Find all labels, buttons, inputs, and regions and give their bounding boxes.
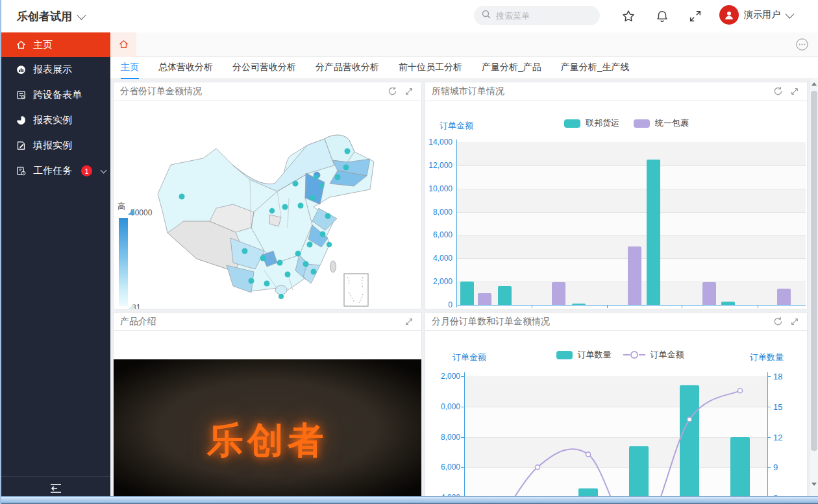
sidebar-item-5[interactable]: 填报实例 — [1, 133, 110, 158]
left-axis-title: 订单金额 — [452, 352, 486, 363]
triangle-up-icon — [812, 82, 817, 86]
right-tick — [767, 407, 771, 407]
vertical-scrollbar[interactable] — [809, 79, 818, 497]
map-chart: 高 50000 81 低 — [114, 101, 421, 309]
right-axis-line — [767, 372, 768, 504]
left-tick-label: 8,000 — [430, 433, 460, 442]
scroll-down-button[interactable] — [810, 479, 818, 489]
user-menu[interactable]: 演示用户 — [719, 5, 792, 25]
bar-朝阳区-联邦货运[interactable] — [498, 286, 512, 305]
tab-1[interactable]: 主页 — [121, 62, 139, 79]
device-form-icon — [16, 90, 27, 101]
x-axis-line — [456, 305, 806, 306]
line-marker — [688, 417, 692, 422]
dashboard-content: 分省份订单金额情况 高 50000 81 低 — [110, 79, 818, 504]
sidebar-item-2[interactable]: 报表展示 — [1, 57, 110, 82]
home-icon — [16, 40, 27, 51]
tab-4[interactable]: 分产品营收分析 — [316, 62, 379, 78]
line-marker — [738, 389, 743, 393]
right-tick-label: 12 — [773, 433, 793, 442]
sidebar-footer — [1, 476, 110, 496]
expand-icon[interactable] — [403, 316, 415, 328]
sidebar-item-label: 填报实例 — [33, 139, 72, 152]
chart-legend[interactable]: 联邦货运统一包裹 — [456, 117, 806, 129]
right-tick-label: 9 — [773, 462, 793, 472]
sidebar-item-1[interactable]: 主页 — [1, 32, 110, 57]
panel-header: 分省份订单金额情况 — [114, 82, 421, 101]
chevron-down-icon — [785, 10, 794, 19]
panel-title: 分省份订单金额情况 — [120, 86, 381, 97]
vertical-scroll-thumb[interactable] — [811, 91, 817, 451]
expand-icon[interactable] — [403, 86, 415, 97]
tab-2[interactable]: 总体营收分析 — [158, 62, 213, 78]
avatar — [719, 5, 739, 25]
bar-大兴区-统一包裹[interactable] — [552, 282, 565, 305]
horizontal-scrollbar[interactable] — [1, 496, 818, 504]
search-input[interactable] — [496, 11, 587, 21]
line-marker — [536, 465, 540, 470]
scroll-up-button[interactable] — [810, 79, 818, 89]
bar-西城区-统一包裹[interactable] — [777, 289, 791, 305]
refresh-icon[interactable] — [772, 316, 784, 328]
panel-title: 分月份订单数和订单金额情况 — [432, 316, 767, 328]
sidebar-item-3[interactable]: 跨设备表单 — [1, 82, 110, 108]
chart-legend[interactable]: 订单数量订单金额 — [523, 349, 717, 361]
fill-edit-icon — [16, 140, 27, 151]
sidebar: 主页报表展示跨设备表单报表实例填报实例工作任务1 — [1, 32, 110, 504]
refresh-icon[interactable] — [772, 86, 784, 97]
sidebar-item-4[interactable]: 报表实例 — [1, 108, 110, 133]
chevron-down-icon — [101, 167, 107, 173]
legend-label: 统一包裹 — [655, 117, 689, 129]
left-axis-line — [464, 372, 465, 504]
sidebar-item-label: 工作任务 — [33, 165, 72, 177]
bar-丰台区-统一包裹[interactable] — [628, 246, 641, 305]
page-tab-bar: 主页总体营收分析分公司营收分析分产品营收分析前十位员工分析产量分析_产品产量分析… — [110, 57, 818, 79]
x-tick — [682, 305, 682, 308]
home-tab[interactable] — [110, 32, 136, 57]
tab-5[interactable]: 前十位员工分析 — [399, 62, 462, 78]
y-tick-label: 12,000 — [425, 161, 452, 170]
expand-icon[interactable] — [789, 316, 800, 328]
app-title-menu[interactable]: 乐创者试用 — [17, 9, 84, 24]
sidebar-item-6[interactable]: 工作任务1 — [1, 158, 110, 184]
panel-header: 分月份订单数和订单金额情况 — [425, 313, 807, 331]
legend-label: 订单数量 — [578, 349, 612, 361]
y-tick-label: 0 — [425, 300, 452, 309]
panel-monthly-orders: 分月份订单数和订单金额情况 订单金额 订单数量 订单数量订单金额 2,0000,… — [425, 312, 808, 504]
collapse-sidebar-icon[interactable] — [49, 483, 62, 496]
tab-6[interactable]: 产量分析_产品 — [482, 62, 541, 78]
fullscreen-icon[interactable] — [687, 8, 704, 25]
x-tick — [758, 305, 758, 308]
user-name: 演示用户 — [744, 9, 780, 21]
y-tick-label: 14,000 — [425, 138, 452, 147]
star-icon[interactable] — [620, 8, 637, 25]
tab-7[interactable]: 产量分析_生产线 — [561, 62, 630, 78]
product-video[interactable]: 乐创者 — [114, 359, 421, 504]
legend-label: 订单金额 — [651, 349, 684, 361]
china-map-svg[interactable] — [114, 101, 421, 309]
panel-title: 所辖城市订单情况 — [432, 86, 767, 97]
expand-icon[interactable] — [789, 86, 800, 97]
left-tick-label: 2,000 — [430, 372, 460, 381]
search-box[interactable] — [474, 6, 600, 25]
left-tick-label: 0,000 — [430, 402, 460, 411]
bar-朝阳区-统一包裹[interactable] — [478, 293, 491, 305]
left-tick-label: 6,000 — [430, 462, 460, 472]
left-tick — [461, 467, 464, 468]
refresh-icon[interactable] — [386, 86, 398, 97]
tab-3[interactable]: 分公司营收分析 — [232, 62, 296, 78]
y-tick-label: 2,000 — [425, 277, 452, 286]
bar-怀柔区-统一包裹[interactable] — [702, 282, 716, 305]
task-count-badge: 1 — [81, 165, 92, 176]
right-tick-label: 18 — [773, 372, 793, 381]
panel-province-order-map: 分省份订单金额情况 高 50000 81 低 — [113, 82, 422, 309]
gridline — [456, 189, 806, 189]
bell-icon[interactable] — [654, 8, 671, 25]
search-icon — [482, 10, 491, 21]
more-options-icon[interactable] — [795, 38, 809, 54]
task-icon — [16, 165, 27, 176]
bar-朝阳区-联邦货运[interactable] — [460, 282, 474, 305]
report-chart-icon — [16, 64, 27, 75]
bar-丰台区-联邦货运[interactable] — [647, 160, 660, 305]
y-tick-label: 4,000 — [425, 254, 452, 263]
